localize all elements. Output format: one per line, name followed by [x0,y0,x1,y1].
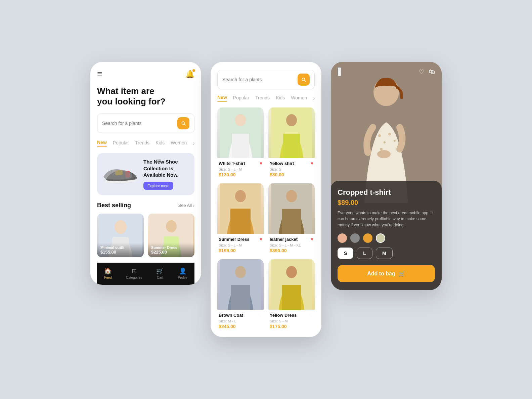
product-list-price-2: $80.00 [270,172,313,177]
product-list-size-5: Size: M - L [219,319,262,323]
color-option-2[interactable] [350,233,360,243]
product-list-name-4: leather jacket [270,237,298,242]
detail-product-price: $89.00 [338,199,435,207]
list-product-6[interactable]: Yellow Dress ♡ Size: S - M $175.00 [268,259,315,330]
home-search-button[interactable] [177,117,189,129]
list-product-2[interactable]: Yellow shirt ♥ Size: S $80.00 [268,107,315,179]
best-selling-section: Best selling See All › [97,202,194,209]
product-list-size-3: Size: S - L - M [219,243,262,247]
color-option-3[interactable] [363,233,372,243]
product-list-image-5 [217,259,264,310]
list-tab-popular[interactable]: Popular [233,95,249,102]
notification-bell[interactable]: 🔔 [185,70,194,79]
size-l-button[interactable]: L [357,248,372,259]
person-img-2 [268,107,315,158]
product-list-name-3: Summer Dress [219,237,250,242]
detail-product-description: Everyone wants to make the next great mo… [338,210,435,228]
product-list-header-4: leather jacket ♥ [270,236,313,242]
banner-page-indicator: 1/6 [156,159,161,162]
banner-content: The New Shoe Collection Is Available Now… [139,159,189,190]
list-tab-kids[interactable]: Kids [276,95,285,102]
product-price-1: $155.00 [100,250,140,255]
detail-heart-icon[interactable]: ♡ [419,68,424,76]
wishlist-btn-6[interactable]: ♡ [309,312,313,318]
svg-point-31 [388,133,391,135]
home-search-bar[interactable] [97,114,194,133]
tab-women[interactable]: Women [171,140,187,147]
list-search-button[interactable] [298,74,310,86]
categories-icon: ⊞ [132,267,137,275]
product-list-price-6: $175.00 [270,324,313,329]
detail-bag-icon[interactable]: 🛍 [429,68,435,76]
product-list-grid: White T-shirt ♥ Size: S - L - M $130.00 [217,107,315,337]
nav-profile[interactable]: 👤 Profile [178,267,187,279]
product-list-price-3: $199.00 [219,248,262,253]
product-detail-card: Cropped t-shirt $89.00 Everyone wants to… [331,181,442,290]
color-option-1[interactable] [338,233,347,243]
best-selling-title: Best selling [97,202,131,209]
person-img-6 [268,259,315,310]
wishlist-btn-1[interactable]: ♥ [260,161,262,166]
color-option-4[interactable] [376,233,385,243]
home-category-tabs: New Popular Trends Kids Women › [97,140,194,147]
add-to-bag-button[interactable]: Add to bag 🛒 [338,265,435,282]
screen-home: ☰ 🔔 What item areyou looking for? New Po… [90,62,201,285]
svg-point-13 [286,114,297,126]
product-list-size-1: Size: S - L - M [219,167,262,171]
product-list-name-2: Yellow shirt [270,161,294,166]
svg-rect-17 [230,209,251,234]
product-card-1[interactable]: Minimal outfit $155.00 [97,214,144,257]
wishlist-btn-2[interactable]: ♥ [311,161,313,166]
list-tab-women[interactable]: Women [291,95,307,102]
list-product-3[interactable]: Summer Dress ♥ Size: S - L - M $199.00 [217,183,264,255]
nav-feed-label: Feed [104,276,112,279]
list-search-bar[interactable] [217,70,315,89]
home-search-input[interactable] [102,121,175,126]
tab-trends[interactable]: Trends [135,140,149,147]
list-product-4[interactable]: leather jacket ♥ Size: S - L - M - XL $3… [268,183,315,255]
screen-product-detail: ‹ ♡ 🛍 Cropped t-shirt $89.00 Everyone wa… [331,62,442,290]
svg-rect-26 [282,285,301,310]
product-name-1: Minimal outfit [100,246,140,250]
product-card-overlay-2: Summer Dress $225.00 [148,243,194,257]
svg-point-4 [115,220,127,234]
tab-kids[interactable]: Kids [156,140,165,147]
svg-rect-20 [282,209,301,234]
menu-icon[interactable]: ☰ [97,71,102,78]
size-s-button[interactable]: S [338,248,353,259]
home-title: What item areyou looking for? [97,86,194,107]
detail-header-icons: ♡ 🛍 [419,68,435,76]
wishlist-btn-3[interactable]: ♥ [260,236,262,242]
explore-more-button[interactable]: Explore more [143,182,173,190]
list-product-1[interactable]: White T-shirt ♥ Size: S - L - M $130.00 [217,107,264,179]
see-all-button[interactable]: See All › [178,203,194,208]
more-categories-icon[interactable]: › [193,140,194,146]
wishlist-btn-4[interactable]: ♥ [311,236,313,242]
product-list-price-1: $130.00 [219,172,262,177]
size-m-button[interactable]: M [376,248,393,259]
list-tab-new[interactable]: New [217,95,227,102]
list-tab-trends[interactable]: Trends [255,95,270,102]
banner-title: The New Shoe Collection Is Available Now… [143,159,189,178]
svg-point-19 [286,190,297,202]
list-more-icon[interactable]: › [313,95,315,101]
svg-point-22 [235,266,246,278]
back-button[interactable]: ‹ [338,67,341,76]
shoe-illustration [102,161,139,188]
tab-popular[interactable]: Popular [113,140,129,147]
list-search-input[interactable] [222,77,295,82]
product-list-header-5: Brown Coat ♡ [219,312,262,318]
product-price-2: $225.00 [151,250,191,255]
nav-cart[interactable]: 🛒 Cart [156,267,164,279]
tab-new[interactable]: New [97,140,107,147]
product-list-size-2: Size: S [270,167,313,171]
product-list-info-6: Yellow Dress ♡ Size: S - M $175.00 [268,310,315,330]
product-list-info-1: White T-shirt ♥ Size: S - L - M $130.00 [217,158,264,179]
product-list-price-4: $390.00 [270,248,313,253]
product-card-2[interactable]: Summer Dress $225.00 [148,214,194,257]
list-product-5[interactable]: Brown Coat ♡ Size: M - L $245.00 [217,259,264,330]
wishlist-btn-5[interactable]: ♡ [258,312,262,318]
product-list-price-5: $245.00 [219,324,262,329]
nav-categories[interactable]: ⊞ Categories [126,267,142,279]
nav-feed[interactable]: 🏠 Feed [104,267,112,279]
